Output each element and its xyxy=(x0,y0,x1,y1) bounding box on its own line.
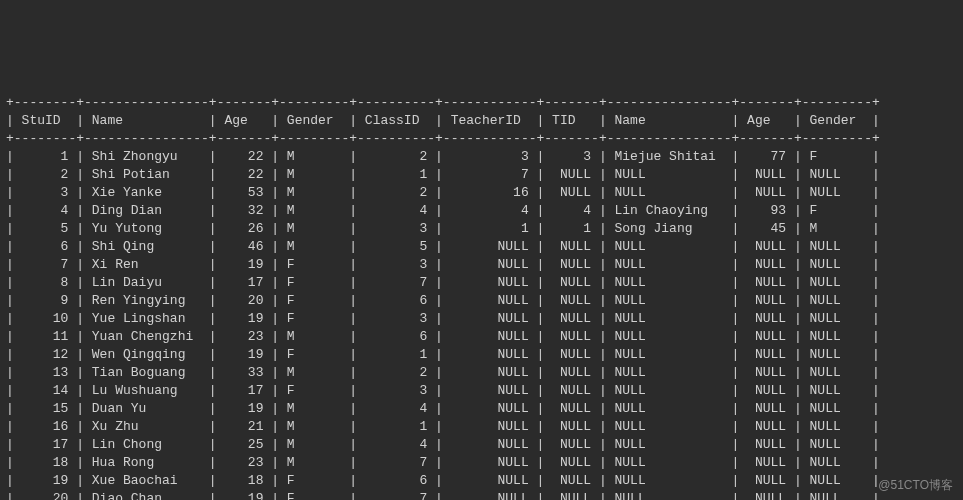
watermark: @51CTO博客 xyxy=(878,476,953,494)
terminal-output: +--------+----------------+-------+-----… xyxy=(0,90,963,500)
